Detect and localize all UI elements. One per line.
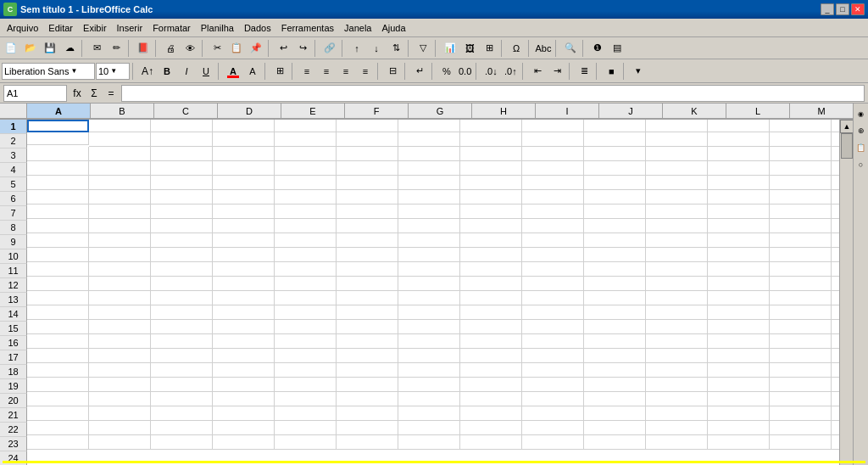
cell-M1[interactable] bbox=[770, 120, 832, 132]
cell-K1[interactable] bbox=[646, 120, 708, 132]
panel-btn-4[interactable]: ○ bbox=[854, 158, 868, 171]
more-formatting-button[interactable]: ▾ bbox=[629, 62, 648, 81]
wrap-text-button[interactable]: ↵ bbox=[410, 62, 429, 81]
cell-D1[interactable] bbox=[213, 120, 275, 132]
preview-button[interactable]: 👁 bbox=[181, 39, 199, 58]
cell-G2[interactable] bbox=[398, 132, 460, 147]
undo-button[interactable]: ↩ bbox=[274, 39, 292, 58]
cell-C2[interactable] bbox=[151, 132, 213, 147]
menu-exibir[interactable]: Exibir bbox=[78, 21, 112, 35]
cell-J1[interactable] bbox=[584, 120, 646, 132]
row-header-9[interactable]: 9 bbox=[0, 235, 27, 249]
number-format-button[interactable]: % bbox=[437, 62, 456, 81]
formula-input[interactable] bbox=[121, 85, 865, 102]
row-header-12[interactable]: 12 bbox=[0, 278, 27, 293]
col-header-G[interactable]: G bbox=[409, 104, 472, 119]
cell-H1[interactable] bbox=[460, 120, 522, 132]
redo-button[interactable]: ↪ bbox=[293, 39, 312, 58]
special-chars-button[interactable]: Ω bbox=[507, 39, 526, 58]
cell-E2[interactable] bbox=[275, 132, 337, 147]
decrease-decimal-button[interactable]: .0↓ bbox=[481, 62, 500, 81]
col-header-H[interactable]: H bbox=[472, 104, 536, 119]
row-header-17[interactable]: 17 bbox=[0, 350, 27, 365]
close-button[interactable]: ✕ bbox=[851, 3, 865, 15]
copy-button[interactable]: 📋 bbox=[227, 39, 246, 58]
cell-I2[interactable] bbox=[522, 132, 584, 147]
align-right-button[interactable]: ≡ bbox=[337, 62, 355, 81]
menu-dados[interactable]: Dados bbox=[239, 21, 276, 35]
row-header-2[interactable]: 2 bbox=[0, 134, 27, 148]
bold-button[interactable]: B bbox=[158, 62, 176, 81]
line-spacing-button[interactable]: ≣ bbox=[575, 62, 593, 81]
print-button[interactable]: 🖨 bbox=[161, 39, 180, 58]
indent-decrease-button[interactable]: ⇤ bbox=[528, 62, 547, 81]
row-header-18[interactable]: 18 bbox=[0, 365, 27, 379]
cell-N1[interactable] bbox=[832, 120, 839, 132]
menu-formatar[interactable]: Formatar bbox=[147, 21, 196, 35]
cut-button[interactable]: ✂ bbox=[208, 39, 226, 58]
cell-G1[interactable] bbox=[398, 120, 460, 132]
table-button[interactable]: ⊞ bbox=[480, 39, 498, 58]
scroll-track[interactable] bbox=[840, 133, 853, 465]
cell-B2[interactable] bbox=[89, 132, 151, 147]
sort-desc-button[interactable]: ↓ bbox=[367, 39, 386, 58]
font-name-dropdown[interactable]: Liberation Sans ▼ bbox=[2, 63, 95, 80]
sum-icon[interactable]: Σ bbox=[86, 86, 102, 101]
font-color-button[interactable]: A bbox=[224, 62, 242, 81]
col-header-J[interactable]: J bbox=[599, 104, 663, 119]
open-button[interactable]: 📂 bbox=[21, 39, 40, 58]
restore-button[interactable]: □ bbox=[836, 3, 849, 15]
pdf-button[interactable]: 📕 bbox=[134, 39, 153, 58]
insert-image-button[interactable]: 🖼 bbox=[460, 39, 479, 58]
menu-planilha[interactable]: Planilha bbox=[196, 21, 239, 35]
border-button[interactable]: ⊞ bbox=[270, 62, 289, 81]
cell-C1[interactable] bbox=[151, 120, 213, 132]
check-spelling-button[interactable]: Abc bbox=[534, 39, 553, 58]
function-wizard-icon[interactable]: fx bbox=[70, 86, 85, 101]
cell-H2[interactable] bbox=[460, 132, 522, 147]
cell-B1[interactable] bbox=[89, 120, 151, 132]
row-header-22[interactable]: 22 bbox=[0, 423, 27, 437]
cell-E1[interactable] bbox=[275, 120, 337, 132]
row-header-20[interactable]: 20 bbox=[0, 394, 27, 408]
menu-inserir[interactable]: Inserir bbox=[112, 21, 148, 35]
menu-ferramentas[interactable]: Ferramentas bbox=[276, 21, 339, 35]
new-button[interactable]: 📄 bbox=[2, 39, 20, 58]
row-header-8[interactable]: 8 bbox=[0, 221, 27, 235]
col-header-B[interactable]: B bbox=[91, 104, 154, 119]
menu-arquivo[interactable]: Arquivo bbox=[2, 21, 43, 35]
cell-N2[interactable] bbox=[832, 132, 839, 147]
menu-janela[interactable]: Janela bbox=[339, 21, 376, 35]
row-header-13[interactable]: 13 bbox=[0, 293, 27, 307]
scroll-up-button[interactable]: ▲ bbox=[840, 120, 853, 133]
row-header-7[interactable]: 7 bbox=[0, 206, 27, 221]
align-left-button[interactable]: ≡ bbox=[298, 62, 316, 81]
panel-btn-1[interactable]: ◉ bbox=[854, 107, 868, 120]
row-header-14[interactable]: 14 bbox=[0, 307, 27, 322]
cell-F1[interactable] bbox=[337, 120, 398, 132]
cell-D2[interactable] bbox=[213, 132, 275, 147]
cell-I1[interactable] bbox=[522, 120, 584, 132]
cell-J2[interactable] bbox=[584, 132, 646, 147]
menu-editar[interactable]: Editar bbox=[43, 21, 78, 35]
row-header-6[interactable]: 6 bbox=[0, 192, 27, 206]
row-header-23[interactable]: 23 bbox=[0, 437, 27, 451]
menu-ajuda[interactable]: Ajuda bbox=[376, 21, 410, 35]
row-header-16[interactable]: 16 bbox=[0, 336, 27, 350]
col-header-M[interactable]: M bbox=[790, 104, 853, 119]
panel-btn-2[interactable]: ⊕ bbox=[854, 124, 868, 137]
sort-asc-button[interactable]: ↑ bbox=[348, 39, 366, 58]
col-header-F[interactable]: F bbox=[345, 104, 409, 119]
cell-A1[interactable] bbox=[27, 120, 89, 132]
row-header-15[interactable]: 15 bbox=[0, 322, 27, 336]
col-header-I[interactable]: I bbox=[536, 104, 599, 119]
cell-bg-color-button[interactable]: ■ bbox=[602, 62, 620, 81]
cell-A2[interactable] bbox=[27, 132, 89, 145]
scroll-thumb[interactable] bbox=[841, 133, 853, 159]
edit-file-button[interactable]: ✏ bbox=[107, 39, 125, 58]
row-header-3[interactable]: 3 bbox=[0, 148, 27, 163]
cell-reference-input[interactable] bbox=[3, 85, 67, 102]
col-header-D[interactable]: D bbox=[218, 104, 281, 119]
font-size-dropdown[interactable]: 10 ▼ bbox=[96, 63, 130, 80]
row-header-19[interactable]: 19 bbox=[0, 379, 27, 394]
